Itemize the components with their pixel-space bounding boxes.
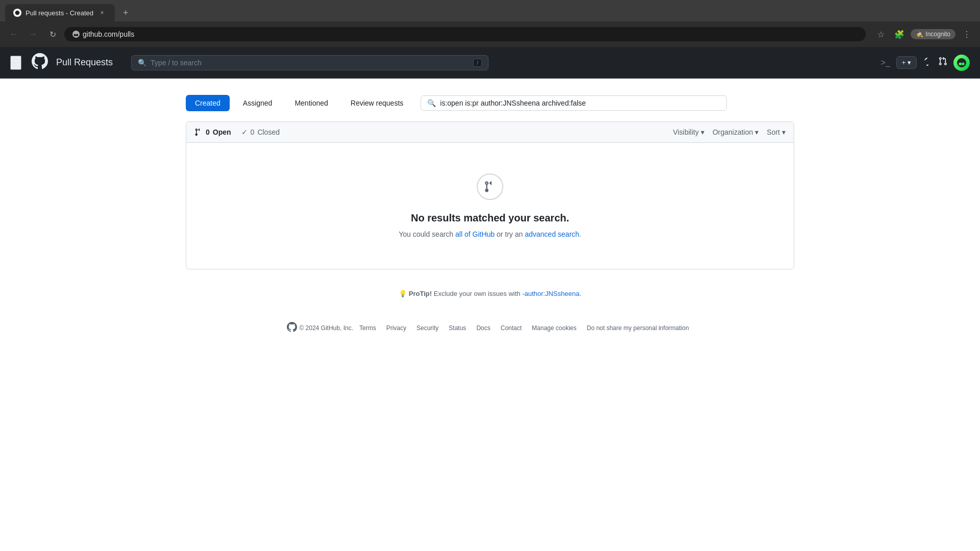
- pr-search-bar[interactable]: 🔍: [421, 95, 727, 111]
- address-bar[interactable]: github.com/pulls: [64, 27, 866, 41]
- search-shortcut: /: [473, 59, 482, 67]
- forward-button[interactable]: →: [26, 27, 41, 42]
- reload-button[interactable]: ↻: [45, 27, 60, 42]
- organization-filter[interactable]: Organization ▾: [713, 128, 758, 136]
- extension-button[interactable]: 🧩: [892, 27, 906, 41]
- tab-label: Pull requests - Created: [26, 9, 93, 17]
- search-placeholder: Type / to search: [151, 59, 469, 67]
- url-display: github.com/pulls: [83, 30, 134, 38]
- browser-tab[interactable]: Pull requests - Created ×: [5, 4, 115, 21]
- pull-requests-nav-button[interactable]: [938, 57, 947, 68]
- footer-link-docs[interactable]: Docs: [476, 324, 490, 332]
- footer-link-terms[interactable]: Terms: [359, 324, 376, 332]
- protip-bold: ProTip!: [409, 290, 432, 297]
- sort-filter[interactable]: Sort ▾: [767, 128, 786, 136]
- empty-state-title: No results matched your search.: [197, 212, 783, 224]
- notifications-button[interactable]: [923, 57, 932, 68]
- svg-point-0: [15, 11, 20, 15]
- new-tab-button[interactable]: +: [119, 8, 133, 18]
- footer-link-security[interactable]: Security: [416, 324, 438, 332]
- tab-assigned[interactable]: Assigned: [234, 95, 282, 111]
- protip-section: 💡 ProTip! Exclude your own issues with -…: [186, 290, 794, 297]
- visibility-filter[interactable]: Visibility ▾: [673, 128, 704, 136]
- footer-link-cookies[interactable]: Manage cookies: [532, 324, 576, 332]
- search-icon: 🔍: [138, 59, 146, 67]
- footer-copyright: © 2024 GitHub, Inc.: [299, 324, 353, 332]
- footer-link-contact[interactable]: Contact: [501, 324, 522, 332]
- footer-link-no-share[interactable]: Do not share my personal information: [586, 324, 689, 332]
- menu-button[interactable]: ⋮: [960, 27, 974, 41]
- advanced-search-link[interactable]: advanced search: [525, 230, 579, 238]
- hamburger-menu-button[interactable]: ☰: [10, 56, 21, 70]
- footer-logo: [287, 322, 297, 334]
- protip-icon: 💡: [399, 290, 407, 297]
- pr-search-icon: 🔍: [427, 99, 436, 107]
- tab-close-button[interactable]: ×: [97, 8, 107, 17]
- pr-search-input[interactable]: [440, 99, 720, 107]
- create-button[interactable]: + ▾: [896, 56, 917, 69]
- pr-list-container: 0 Open ✓ 0 Closed Visibility ▾: [186, 121, 794, 269]
- empty-state-description: You could search all of GitHub or try an…: [197, 230, 783, 238]
- filter-tabs-container: Created Assigned Mentioned Review reques…: [186, 95, 794, 111]
- github-logo: [32, 53, 48, 72]
- back-button[interactable]: ←: [6, 27, 21, 42]
- protip-link[interactable]: -author:JNSsheena: [522, 290, 579, 297]
- tab-favicon: [13, 9, 21, 17]
- pr-list-header: 0 Open ✓ 0 Closed Visibility ▾: [186, 122, 794, 143]
- footer-link-status[interactable]: Status: [449, 324, 466, 332]
- page-footer: © 2024 GitHub, Inc. Terms Privacy Securi…: [186, 297, 794, 344]
- all-github-link[interactable]: all of GitHub: [455, 230, 495, 238]
- tab-mentioned[interactable]: Mentioned: [285, 95, 337, 111]
- terminal-icon[interactable]: >_: [881, 58, 890, 67]
- global-search[interactable]: 🔍 Type / to search /: [131, 55, 488, 70]
- tab-created[interactable]: Created: [186, 95, 230, 111]
- footer-link-privacy[interactable]: Privacy: [386, 324, 406, 332]
- tab-review-requests[interactable]: Review requests: [341, 95, 413, 111]
- incognito-badge: 🕵 Incognito: [911, 29, 955, 39]
- bookmark-button[interactable]: ☆: [874, 27, 888, 41]
- empty-state: No results matched your search. You coul…: [186, 143, 794, 269]
- user-avatar[interactable]: [953, 55, 970, 71]
- page-title: Pull Requests: [56, 57, 113, 68]
- open-count: 0 Open: [194, 128, 231, 136]
- closed-count[interactable]: ✓ 0 Closed: [241, 128, 280, 136]
- empty-state-icon: [477, 173, 503, 200]
